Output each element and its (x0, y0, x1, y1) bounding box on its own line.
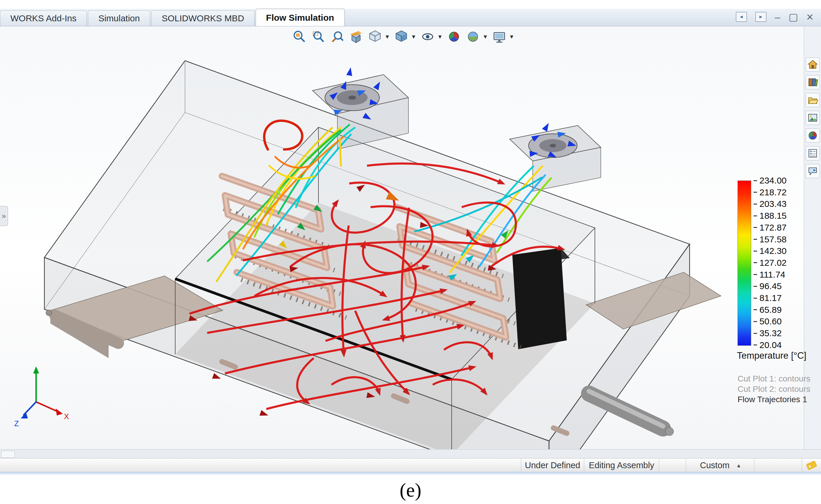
tab-solidworks-mbd[interactable]: SOLIDWORKS MBD (151, 10, 254, 26)
graphics-viewport[interactable]: X Z (0, 27, 804, 449)
legend-tick: 50.60 (754, 316, 810, 326)
zoom-to-fit-icon (292, 30, 306, 44)
dropdown-arrow-icon[interactable]: ▾ (510, 33, 513, 41)
fan-assembly-right (510, 125, 601, 191)
zoom-previous-button[interactable] (329, 29, 345, 44)
status-spacer (659, 458, 686, 472)
tab-solidworks-add-ins[interactable]: WORKS Add-Ins (0, 10, 87, 26)
display-state-selector[interactable]: Custom ▴ (686, 458, 754, 472)
legend-value: 50.60 (759, 316, 782, 326)
legend-tick: 81.17 (754, 293, 810, 303)
tick-mark (754, 321, 757, 322)
temperature-scale-labels: 234.00 218.72 203.43 188.15 172.87 157.5… (754, 175, 810, 350)
app-window: WORKS Add-Ins Simulation SOLIDWORKS MBD … (0, 0, 821, 504)
tab-label: WORKS Add-Ins (10, 13, 76, 23)
legend-tick: 142.30 (754, 246, 810, 256)
triad-z-label: Z (14, 419, 19, 428)
graphics-area[interactable]: X Z (0, 27, 804, 449)
appearances-scenes-button[interactable] (806, 128, 820, 143)
tab-label: SOLIDWORKS MBD (162, 13, 244, 23)
properties-form-icon (807, 148, 818, 159)
temperature-color-bar[interactable] (738, 181, 751, 346)
next-window-icon[interactable]: ► (755, 12, 767, 22)
tick-mark (754, 298, 757, 299)
cut-plot-1-label: Cut Plot 1: contours (738, 373, 810, 384)
window-controls: ◄ ► – ▢ × (736, 12, 813, 22)
tab-flow-simulation[interactable]: Flow Simulation (256, 9, 345, 26)
restore-icon[interactable]: ▢ (789, 12, 798, 21)
display-state-label: Custom (700, 460, 730, 470)
editing-mode-status: Editing Assembly (584, 458, 659, 472)
zoom-previous-icon (330, 30, 344, 44)
appearance-ball-icon (807, 130, 818, 141)
folder-icon (807, 95, 818, 105)
view-palette-button[interactable] (806, 111, 820, 125)
tab-label: Simulation (98, 13, 140, 23)
tick-mark (754, 204, 757, 205)
dropup-arrow-icon[interactable]: ▴ (737, 462, 740, 469)
legend-value: 218.72 (759, 187, 787, 197)
tick-mark (754, 309, 757, 310)
legend-value: 81.17 (759, 293, 782, 303)
solidworks-resources-button[interactable] (806, 57, 820, 72)
legend-value: 35.32 (759, 328, 782, 338)
legend-tick: 65.89 (754, 305, 810, 315)
previous-window-icon[interactable]: ◄ (736, 12, 747, 22)
legend-tick: 172.87 (754, 223, 810, 233)
black-module (512, 248, 570, 349)
cut-plot-2-label: Cut Plot 2: contours (738, 384, 810, 394)
definition-status-label: Under Defined (525, 460, 580, 470)
window-bottom-edge (0, 472, 821, 475)
tick-mark (754, 180, 757, 181)
display-style-button[interactable] (394, 29, 409, 44)
minimize-icon[interactable]: – (775, 12, 780, 21)
flow-trajectories-label: Flow Trajectories 1 (738, 394, 810, 405)
legend-tick: 157.58 (754, 234, 810, 244)
dropdown-arrow-icon[interactable]: ▾ (484, 33, 487, 41)
legend-title: Temperature [°C] (737, 350, 806, 361)
tick-mark (754, 262, 757, 263)
tick-mark (754, 251, 757, 252)
zoom-to-fit-button[interactable] (292, 29, 307, 44)
definition-status: Under Defined (521, 458, 584, 472)
legend-value: 203.43 (759, 199, 787, 209)
dropdown-arrow-icon[interactable]: ▾ (386, 33, 389, 41)
legend-value: 127.02 (759, 258, 787, 268)
edit-appearance-button[interactable] (446, 29, 462, 44)
apply-scene-icon (466, 30, 480, 44)
apply-scene-button[interactable] (465, 29, 481, 44)
tick-mark (754, 333, 757, 334)
legend-value: 234.00 (759, 175, 787, 186)
design-library-button[interactable] (806, 75, 820, 89)
legend-tick: 35.32 (754, 328, 810, 338)
custom-properties-button[interactable] (806, 146, 820, 160)
featuremanager-expand-tab[interactable]: » (0, 206, 8, 226)
hide-show-items-button[interactable] (420, 29, 435, 44)
dropdown-arrow-icon[interactable]: ▾ (412, 33, 415, 41)
legend-tick: 203.43 (754, 199, 810, 209)
file-explorer-button[interactable] (806, 93, 820, 107)
display-style-icon (394, 30, 408, 44)
legend-tick: 111.74 (754, 270, 810, 280)
legend-tick: 20.04 (754, 340, 810, 350)
legend-tick: 127.02 (754, 258, 810, 268)
tag-icon[interactable] (806, 460, 817, 470)
tick-mark (754, 286, 757, 287)
view-settings-button[interactable] (492, 29, 507, 44)
legend-value: 172.87 (759, 223, 787, 233)
zoom-to-area-button[interactable] (310, 29, 326, 44)
tick-mark (754, 192, 757, 193)
heads-up-view-toolbar: ▾ ▾ ▾ (292, 29, 514, 44)
legend-value: 20.04 (759, 340, 782, 350)
close-icon[interactable]: × (806, 12, 813, 21)
view-orientation-button[interactable] (367, 29, 383, 44)
design-library-icon (807, 77, 818, 88)
legend-value: 188.15 (759, 211, 787, 221)
dropdown-arrow-icon[interactable]: ▾ (438, 33, 442, 41)
section-view-button[interactable] (348, 29, 364, 44)
tick-mark (754, 215, 757, 216)
legend-tick: 234.00 (754, 175, 810, 186)
tick-mark (754, 227, 757, 228)
orientation-triad: X Z (14, 366, 69, 428)
tab-simulation[interactable]: Simulation (88, 10, 150, 26)
